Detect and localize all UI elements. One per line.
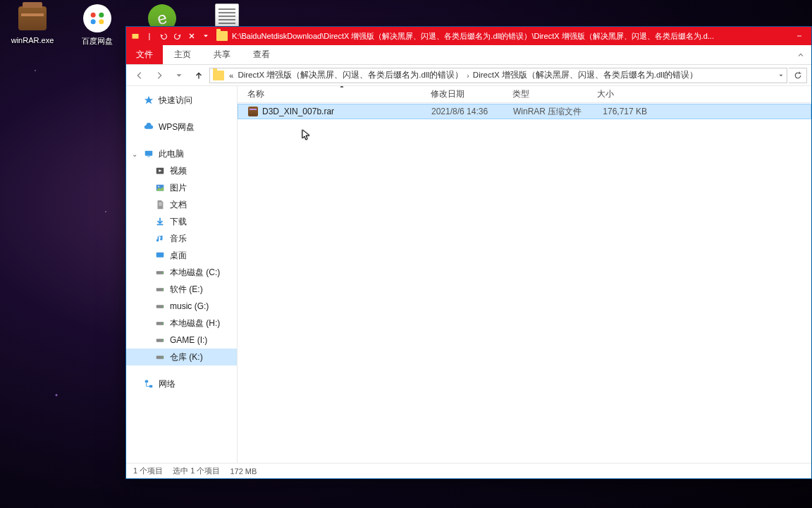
download-icon (154, 216, 166, 227)
svg-rect-24 (145, 380, 148, 383)
status-bar: 1 个项目 选中 1 个项目 172 MB (126, 463, 811, 478)
recent-dropdown[interactable] (170, 67, 188, 84)
svg-point-1 (99, 13, 104, 18)
nav-label: 此电脑 (159, 148, 184, 160)
file-size: 176,717 KB (598, 107, 654, 116)
drive-icon (154, 284, 166, 295)
nav-drive-e[interactable]: 软件 (E:) (126, 281, 237, 298)
file-name: D3D_XIN_007b.rar (262, 107, 334, 116)
minimize-button[interactable] (787, 28, 811, 44)
nav-drive-c[interactable]: 本地磁盘 (C:) (126, 264, 237, 281)
nav-desktop[interactable]: 桌面 (126, 247, 237, 264)
desktop-icon-baidu[interactable]: 百度网盘 (75, 3, 120, 47)
redo-button[interactable] (171, 30, 184, 42)
breadcrumb-part[interactable]: DirectX 增强版（解决黑屏、闪退、各类后缀名为.dll的错误） (471, 70, 701, 80)
desktop-icon-winrar[interactable]: winRAR.exe (10, 3, 55, 47)
file-list-area: ▲ 名称 修改日期 类型 大小 D3D_XIN_007b.rar 2021/8/… (238, 86, 811, 463)
refresh-button[interactable] (789, 68, 807, 83)
app-icon[interactable] (129, 30, 142, 42)
nav-label: 文档 (170, 199, 187, 211)
explorer-window: | K:\BaiduNetdiskDownload\DirectX 增强版（解决… (125, 26, 812, 479)
drive-icon (154, 351, 166, 363)
address-dropdown[interactable] (774, 68, 787, 83)
file-row[interactable]: D3D_XIN_007b.rar 2021/8/6 14:36 WinRAR 压… (238, 104, 811, 119)
network-icon (143, 378, 154, 389)
column-header-type[interactable]: 类型 (512, 88, 597, 100)
undo-button[interactable] (157, 30, 170, 42)
drive-icon (154, 301, 166, 312)
nav-label: 本地磁盘 (C:) (170, 267, 220, 279)
drive-icon (154, 318, 166, 329)
nav-drive-i[interactable]: GAME (I:) (126, 332, 237, 349)
address-box[interactable]: « DirectX 增强版（解决黑屏、闪退、各类后缀名为.dll的错误） › D… (209, 68, 787, 83)
status-selected-size: 172 MB (230, 467, 257, 476)
nav-label: 视频 (170, 165, 187, 177)
baidu-icon (83, 4, 111, 32)
music-icon (154, 233, 166, 244)
svg-point-15 (162, 289, 163, 290)
nav-label: GAME (I:) (170, 335, 207, 345)
navigation-pane[interactable]: 快速访问 WPS网盘 ⌄ 此电脑 视频 图片 文档 下载 音乐 (126, 86, 238, 463)
nav-videos[interactable]: 视频 (126, 162, 237, 179)
qat-dropdown[interactable] (199, 30, 212, 42)
chevron-right-icon: › (465, 71, 471, 80)
ribbon-tab-share[interactable]: 共享 (202, 45, 242, 64)
ribbon-tab-view[interactable]: 查看 (242, 45, 281, 64)
picture-icon (154, 182, 166, 193)
desktop-icon (154, 250, 166, 261)
window-title: K:\BaiduNetdiskDownload\DirectX 增强版（解决黑屏… (232, 31, 787, 42)
forward-button[interactable] (150, 67, 168, 84)
ribbon-collapse-button[interactable] (790, 45, 811, 64)
ribbon: 文件 主页 共享 查看 (126, 45, 811, 65)
nav-label: 本地磁盘 (H:) (170, 318, 220, 329)
ribbon-file-tab[interactable]: 文件 (126, 45, 163, 64)
nav-documents[interactable]: 文档 (126, 196, 237, 213)
status-selected-count: 选中 1 个项目 (173, 466, 220, 476)
svg-point-2 (91, 19, 96, 24)
delete-button[interactable] (185, 30, 198, 42)
nav-label: 音乐 (170, 233, 187, 245)
nav-pictures[interactable]: 图片 (126, 179, 237, 196)
quick-access-toolbar: | (129, 30, 212, 42)
file-date: 2021/8/6 14:36 (431, 107, 513, 116)
ribbon-tab-home[interactable]: 主页 (163, 45, 202, 64)
nav-drive-h[interactable]: 本地磁盘 (H:) (126, 315, 237, 332)
drive-icon (154, 334, 166, 346)
svg-point-19 (162, 323, 163, 324)
nav-quick-access[interactable]: 快速访问 (126, 92, 237, 109)
titlebar[interactable]: | K:\BaiduNetdiskDownload\DirectX 增强版（解决… (126, 27, 811, 45)
nav-drive-g[interactable]: music (G:) (126, 298, 237, 315)
desktop-icon-label: winRAR.exe (11, 36, 54, 44)
column-header-date[interactable]: 修改日期 (431, 88, 512, 100)
column-header-name[interactable]: ▲ 名称 (247, 88, 431, 100)
breadcrumb-prefix[interactable]: « (227, 71, 235, 80)
nav-downloads[interactable]: 下载 (126, 213, 237, 230)
qat-separator: | (143, 30, 156, 42)
back-button[interactable] (130, 67, 149, 84)
file-list[interactable]: D3D_XIN_007b.rar 2021/8/6 14:36 WinRAR 压… (238, 103, 811, 463)
nav-wps[interactable]: WPS网盘 (126, 119, 237, 135)
nav-label: 网络 (159, 378, 176, 390)
nav-this-pc[interactable]: ⌄ 此电脑 (126, 145, 237, 162)
breadcrumb-part[interactable]: DirectX 增强版（解决黑屏、闪退、各类后缀名为.dll的错误） (235, 70, 465, 80)
nav-label: WPS网盘 (159, 121, 195, 133)
nav-network[interactable]: 网络 (126, 375, 237, 392)
desktop-icon-label: 百度网盘 (82, 36, 113, 47)
nav-drive-k[interactable]: 仓库 (K:) (126, 349, 237, 365)
svg-rect-11 (156, 253, 164, 258)
drive-icon (154, 267, 166, 278)
nav-label: 软件 (E:) (170, 284, 203, 296)
sort-up-icon: ▲ (339, 86, 345, 89)
svg-point-13 (162, 272, 163, 273)
star-icon (143, 95, 154, 106)
chevron-down-icon[interactable]: ⌄ (132, 150, 137, 158)
column-header-size[interactable]: 大小 (597, 88, 653, 100)
rar-file-icon (248, 107, 258, 116)
up-button[interactable] (190, 67, 208, 84)
nav-music[interactable]: 音乐 (126, 230, 237, 247)
folder-icon (213, 71, 224, 80)
computer-icon (143, 148, 154, 159)
nav-label: 快速访问 (159, 95, 192, 107)
svg-rect-10 (157, 224, 164, 226)
cloud-icon (143, 121, 154, 133)
